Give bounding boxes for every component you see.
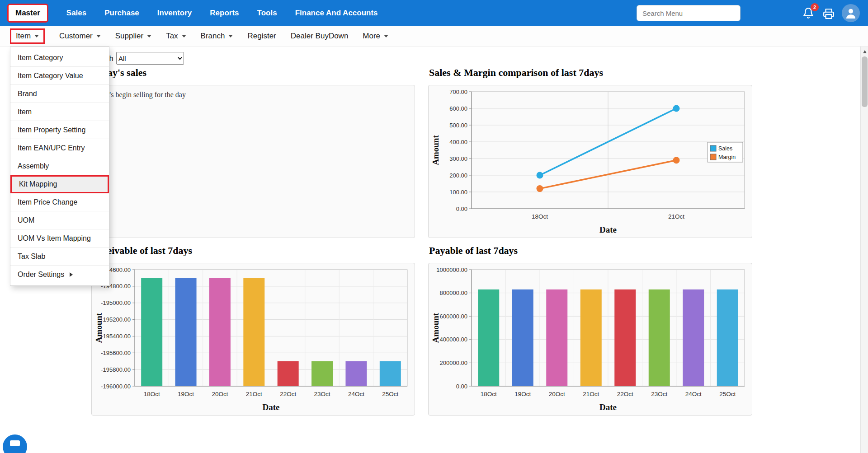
nav-tools[interactable]: Tools [257,9,277,18]
print-icon[interactable] [823,8,835,19]
payable-chart-title: Payable of last 7days [429,245,518,257]
menu-item-item[interactable]: Item [10,28,45,44]
submenu-arrow-icon [70,272,73,277]
svg-text:0.00: 0.00 [456,383,467,390]
chevron-down-icon [34,35,39,37]
svg-text:500.00: 500.00 [449,122,467,129]
chevron-down-icon [228,35,233,37]
svg-text:400000.00: 400000.00 [440,336,467,343]
svg-text:20Oct: 20Oct [549,391,565,397]
svg-text:18Oct: 18Oct [144,391,160,397]
item-dropdown-menu: Item Category Item Category Value Brand … [10,47,109,286]
svg-text:24Oct: 24Oct [348,391,364,397]
menu-item-label: Customer [59,32,93,41]
vertical-scrollbar[interactable] [860,47,868,453]
svg-text:19Oct: 19Oct [178,391,194,397]
svg-text:200.00: 200.00 [449,172,467,179]
menu-item-tax[interactable]: Tax [166,32,186,41]
svg-text:400.00: 400.00 [449,139,467,145]
svg-text:Margin: Margin [718,154,736,160]
svg-text:700.00: 700.00 [449,89,467,95]
menu-item-register[interactable]: Register [247,32,276,41]
dropdown-item-item[interactable]: Item [10,103,109,121]
svg-text:100.00: 100.00 [449,189,467,196]
svg-text:21Oct: 21Oct [668,213,684,220]
svg-text:Date: Date [599,225,617,234]
svg-text:300.00: 300.00 [449,155,467,162]
scrollbar-thumb[interactable] [862,56,868,107]
menu-item-more[interactable]: More [363,32,388,41]
svg-text:18Oct: 18Oct [481,391,497,397]
nav-sales[interactable]: Sales [66,9,86,18]
chat-icon [10,440,20,446]
dropdown-item-kit-mapping[interactable]: Kit Mapping [10,175,109,193]
dropdown-item-assembly[interactable]: Assembly [10,157,109,175]
dropdown-item-uom[interactable]: UOM [10,211,109,229]
menu-item-label: Tax [166,32,178,41]
dropdown-item-item-property-setting[interactable]: Item Property Setting [10,121,109,139]
svg-text:23Oct: 23Oct [651,391,667,397]
menu-item-label: Register [247,32,276,41]
receivable-bar-chart: -194600.00-194800.00-195000.00-195200.00… [92,263,415,415]
menu-item-branch[interactable]: Branch [201,32,233,41]
search-input[interactable] [637,5,741,21]
todays-sales-message: Let's begin selling for the day [100,91,186,99]
chat-widget-button[interactable] [3,434,27,453]
dashboard-page: Master Sales Purchase Inventory Reports … [0,0,868,453]
nav-purchase[interactable]: Purchase [104,9,139,18]
sales-margin-line-chart: 0.00100.00200.00300.00400.00500.00600.00… [429,85,752,238]
branch-filter-select[interactable]: All [116,52,184,65]
nav-master[interactable]: Master [7,4,48,23]
sales-margin-panel: 0.00100.00200.00300.00400.00500.00600.00… [428,85,752,238]
dropdown-item-uom-vs-item-mapping[interactable]: UOM Vs Item Mapping [10,229,109,248]
svg-text:22Oct: 22Oct [617,391,633,397]
payable-panel: 0.00200000.00400000.00600000.00800000.00… [428,263,752,416]
user-avatar[interactable] [842,4,860,22]
svg-text:18Oct: 18Oct [532,213,548,220]
svg-text:Date: Date [599,402,617,412]
menu-item-label: Item [16,32,31,41]
chevron-down-icon [96,35,101,37]
person-icon [844,6,858,20]
svg-text:22Oct: 22Oct [280,391,296,397]
dropdown-item-item-category-value[interactable]: Item Category Value [10,67,109,85]
top-nav-bar: Master Sales Purchase Inventory Reports … [0,0,868,26]
dropdown-item-item-price-change[interactable]: Item Price Change [10,193,109,211]
menu-item-dealer-buydown[interactable]: Dealer BuyDown [291,32,349,41]
svg-text:Sales: Sales [718,145,732,152]
nav-reports[interactable]: Reports [210,9,239,18]
master-menu-bar: Item Customer Supplier Tax Branch Regist… [0,26,868,47]
svg-text:Amount: Amount [431,135,440,165]
svg-text:21Oct: 21Oct [583,391,599,397]
sales-margin-chart-title: Sales & Margin comparison of last 7days [429,67,603,79]
menu-item-supplier[interactable]: Supplier [115,32,151,41]
notification-badge: 2 [811,3,819,11]
dropdown-item-label: Order Settings [18,271,64,279]
dropdown-item-item-category[interactable]: Item Category [10,49,109,67]
svg-text:1000000.00: 1000000.00 [436,266,467,273]
dropdown-item-order-settings[interactable]: Order Settings [10,266,109,284]
menu-item-label: Branch [201,32,225,41]
svg-text:-196000.00: -196000.00 [101,383,131,390]
dropdown-item-tax-slab[interactable]: Tax Slab [10,248,109,266]
svg-text:-195000.00: -195000.00 [101,299,131,306]
svg-text:600000.00: 600000.00 [440,313,467,320]
notification-bell-icon[interactable]: 2 [802,7,815,20]
svg-text:-195200.00: -195200.00 [101,316,131,323]
menu-item-customer[interactable]: Customer [59,32,101,41]
top-nav-items: Master Sales Purchase Inventory Reports … [0,4,378,23]
svg-text:25Oct: 25Oct [719,391,736,397]
menu-item-label: Supplier [115,32,143,41]
scroll-up-button[interactable] [861,47,868,56]
chevron-down-icon [147,35,151,37]
svg-text:21Oct: 21Oct [246,391,262,397]
nav-finance-and-accounts[interactable]: Finance And Accounts [295,9,378,18]
dropdown-item-brand[interactable]: Brand [10,85,109,103]
dropdown-item-item-ean-upc-entry[interactable]: Item EAN/UPC Entry [10,139,109,157]
menu-item-label: More [363,32,380,41]
svg-text:200000.00: 200000.00 [440,360,467,366]
nav-inventory[interactable]: Inventory [157,9,192,18]
svg-text:-195400.00: -195400.00 [101,333,131,340]
svg-text:19Oct: 19Oct [514,391,531,397]
scroll-up-arrow-icon [863,50,867,53]
